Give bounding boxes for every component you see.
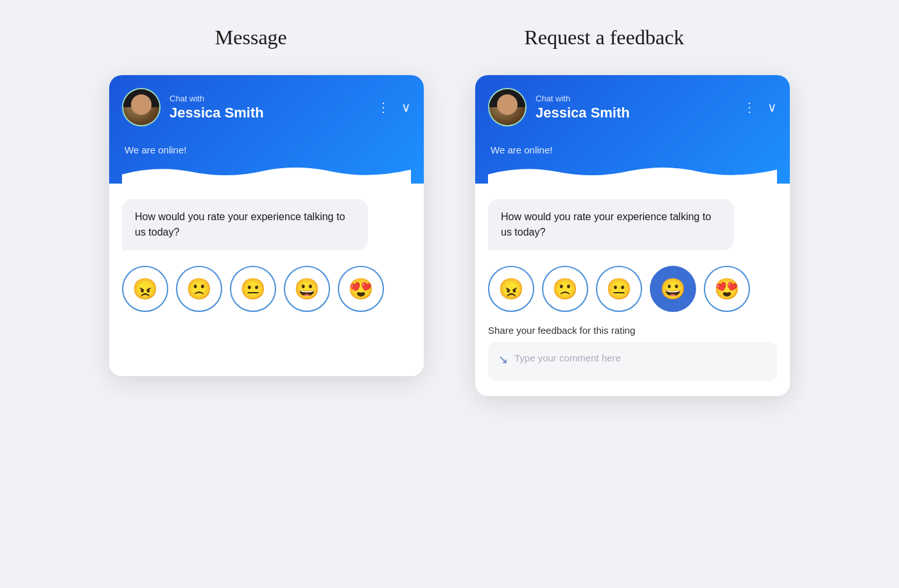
emoji-btn-angry[interactable]: 😠 <box>488 266 534 312</box>
comment-icon: ↘ <box>498 352 508 367</box>
chat-info: Chat with Jessica Smith <box>536 94 630 121</box>
feedback-section-title: Request a feedback <box>524 26 684 49</box>
avatar <box>122 88 161 126</box>
feedback-card-header: Chat with Jessica Smith ⋮ ∨ We are onlin… <box>475 75 790 184</box>
message-bubble: How would you rate your experience talki… <box>488 199 734 250</box>
header-left: Chat with Jessica Smith <box>122 88 264 126</box>
message-card-body: How would you rate your experience talki… <box>109 184 424 376</box>
feedback-label: Share your feedback for this rating <box>488 325 777 336</box>
emoji-btn-angry[interactable]: 😠 <box>122 266 168 312</box>
cards-container: Chat with Jessica Smith ⋮ ∨ We are onlin… <box>109 75 790 396</box>
wave-divider <box>122 163 411 184</box>
comment-placeholder: Type your comment here <box>514 351 621 366</box>
message-section-title: Message <box>215 26 287 49</box>
more-options-icon[interactable]: ⋮ <box>743 99 756 115</box>
avatar <box>488 88 527 126</box>
feedback-card: Chat with Jessica Smith ⋮ ∨ We are onlin… <box>475 75 790 396</box>
chevron-down-icon[interactable]: ∨ <box>767 99 777 115</box>
chevron-down-icon[interactable]: ∨ <box>401 99 411 115</box>
emoji-btn-happy-selected[interactable]: 😀 <box>650 266 696 312</box>
comment-box[interactable]: ↘ Type your comment here <box>488 342 777 381</box>
wave-divider <box>488 163 777 184</box>
emoji-rating-row[interactable]: 😠 🙁 😐 😀 😍 <box>122 266 411 312</box>
online-status: We are online! <box>122 137 411 163</box>
chat-name: Jessica Smith <box>536 105 630 121</box>
chat-info: Chat with Jessica Smith <box>170 94 264 121</box>
emoji-btn-happy[interactable]: 😀 <box>284 266 330 312</box>
more-options-icon[interactable]: ⋮ <box>377 99 390 115</box>
emoji-btn-sad[interactable]: 🙁 <box>542 266 588 312</box>
message-card: Chat with Jessica Smith ⋮ ∨ We are onlin… <box>109 75 424 376</box>
emoji-btn-neutral[interactable]: 😐 <box>230 266 276 312</box>
header-actions: ⋮ ∨ <box>377 99 411 115</box>
emoji-btn-love[interactable]: 😍 <box>704 266 750 312</box>
message-bubble: How would you rate your experience talki… <box>122 199 368 250</box>
header-actions: ⋮ ∨ <box>743 99 777 115</box>
chat-name: Jessica Smith <box>170 105 264 121</box>
message-card-header: Chat with Jessica Smith ⋮ ∨ We are onlin… <box>109 75 424 184</box>
feedback-section: Share your feedback for this rating ↘ Ty… <box>488 325 777 381</box>
emoji-rating-row[interactable]: 😠 🙁 😐 😀 😍 <box>488 266 777 312</box>
header-left: Chat with Jessica Smith <box>488 88 630 126</box>
online-status: We are online! <box>488 137 777 163</box>
emoji-btn-love[interactable]: 😍 <box>338 266 384 312</box>
feedback-card-body: How would you rate your experience talki… <box>475 184 790 396</box>
emoji-btn-neutral[interactable]: 😐 <box>596 266 642 312</box>
emoji-btn-sad[interactable]: 🙁 <box>176 266 222 312</box>
chat-subtitle: Chat with <box>536 94 630 103</box>
chat-subtitle: Chat with <box>170 94 264 103</box>
